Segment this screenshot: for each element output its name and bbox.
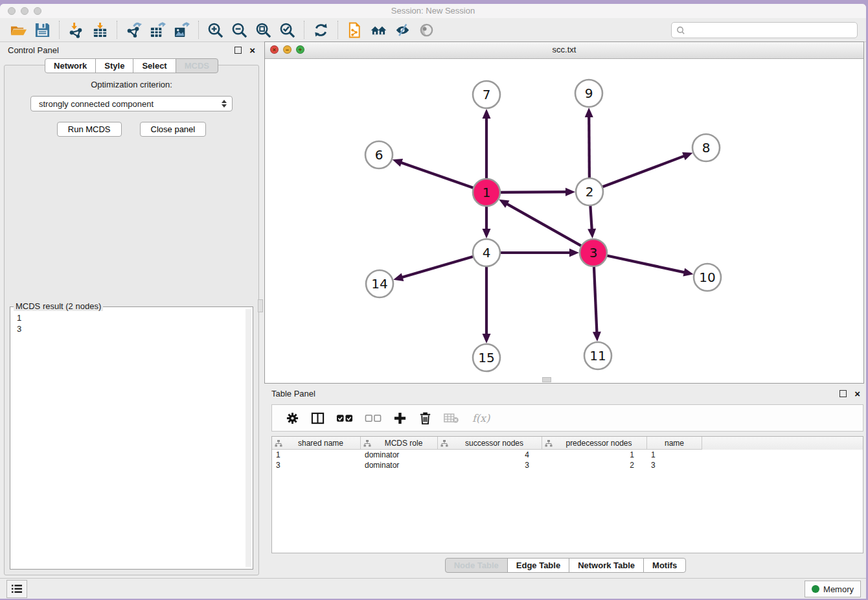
graph-edge-1-2[interactable] bbox=[499, 188, 575, 196]
tab-select[interactable]: Select bbox=[133, 58, 176, 73]
panel-splitter-handle[interactable] bbox=[258, 299, 263, 312]
save-session-icon[interactable] bbox=[34, 21, 51, 39]
tab-network-table[interactable]: Network Table bbox=[569, 558, 644, 573]
mcds-result-list[interactable]: 13 bbox=[10, 307, 253, 340]
select-all-icon[interactable] bbox=[336, 411, 353, 425]
graph-edge-1-7[interactable] bbox=[483, 109, 491, 180]
graph-node-4[interactable]: 4 bbox=[473, 239, 500, 266]
graph-edge-3-10[interactable] bbox=[606, 255, 694, 277]
float-panel-icon[interactable] bbox=[234, 47, 242, 54]
deselect-all-icon[interactable] bbox=[365, 411, 382, 425]
graph-node-14[interactable]: 14 bbox=[366, 270, 393, 297]
table-panel-title: Table Panel bbox=[271, 389, 315, 398]
graph-node-11[interactable]: 11 bbox=[584, 342, 611, 369]
graph-edge-1-6[interactable] bbox=[393, 159, 475, 189]
task-history-button[interactable] bbox=[6, 580, 27, 598]
svg-text:11: 11 bbox=[589, 348, 606, 363]
network-window-title: scc.txt bbox=[265, 42, 863, 58]
toolbar-separator bbox=[117, 21, 117, 39]
settings-icon[interactable] bbox=[286, 411, 299, 425]
close-panel-icon[interactable]: × bbox=[249, 47, 255, 53]
graph-node-15[interactable]: 15 bbox=[473, 344, 500, 371]
column-tree-icon bbox=[275, 439, 284, 447]
tab-node-table[interactable]: Node Table bbox=[445, 558, 508, 573]
import-table-icon[interactable] bbox=[91, 21, 109, 39]
column-header-MCDS-role[interactable]: MCDS role bbox=[361, 437, 438, 450]
column-header-successor-nodes[interactable]: successor nodes bbox=[438, 437, 542, 450]
table-close-icon[interactable]: × bbox=[854, 391, 860, 397]
columns-icon[interactable] bbox=[311, 411, 325, 425]
graph-edge-4-15[interactable] bbox=[483, 265, 491, 343]
graph-edge-2-8[interactable] bbox=[601, 152, 693, 187]
column-header-name[interactable]: name bbox=[647, 437, 702, 450]
run-mcds-button[interactable]: Run MCDS bbox=[57, 122, 122, 137]
graph-node-8[interactable]: 8 bbox=[692, 134, 720, 161]
tab-motifs[interactable]: Motifs bbox=[643, 558, 686, 573]
graph-node-1[interactable]: 1 bbox=[473, 179, 500, 206]
export-table-icon[interactable] bbox=[149, 21, 166, 39]
result-scrollbar[interactable] bbox=[246, 309, 251, 567]
close-panel-button[interactable]: Close panel bbox=[140, 122, 207, 137]
network-minimize-button[interactable]: − bbox=[283, 45, 291, 54]
table-cell[interactable]: dominator bbox=[361, 461, 438, 470]
home-icon[interactable] bbox=[370, 21, 387, 39]
table-cell[interactable]: 3 bbox=[438, 461, 542, 470]
delete-icon[interactable] bbox=[418, 411, 432, 425]
export-network-icon[interactable] bbox=[125, 21, 143, 39]
graph-node-10[interactable]: 10 bbox=[694, 264, 721, 291]
search-input[interactable] bbox=[685, 25, 857, 36]
network-close-button[interactable]: × bbox=[270, 45, 279, 54]
column-header-predecessor-nodes[interactable]: predecessor nodes bbox=[542, 437, 647, 450]
import-network-icon[interactable] bbox=[67, 21, 85, 39]
table-cell[interactable]: 1 bbox=[272, 450, 361, 459]
zoom-fit-icon[interactable] bbox=[255, 21, 272, 39]
table-cell[interactable]: 3 bbox=[647, 461, 702, 470]
zoom-window-button[interactable] bbox=[34, 7, 41, 15]
zoom-in-icon[interactable] bbox=[207, 21, 224, 39]
table-cell[interactable]: dominator bbox=[361, 450, 438, 459]
network-hscroll-thumb[interactable] bbox=[542, 377, 551, 382]
network-maximize-button[interactable]: + bbox=[296, 45, 304, 54]
graph-edge-2-3[interactable] bbox=[588, 204, 596, 238]
table-cell[interactable]: 2 bbox=[542, 461, 647, 470]
optimization-criterion-select[interactable]: strongly connected component bbox=[30, 96, 233, 111]
network-canvas[interactable]: 7968124314101511 bbox=[265, 58, 863, 383]
optimization-criterion-value: strongly connected component bbox=[39, 99, 222, 109]
zoom-out-icon[interactable] bbox=[231, 21, 248, 39]
column-header-shared-name[interactable]: shared name bbox=[272, 437, 361, 450]
graph-edge-3-1[interactable] bbox=[499, 200, 582, 247]
tab-edge-table[interactable]: Edge Table bbox=[507, 558, 569, 573]
table-cell[interactable]: 4 bbox=[438, 450, 542, 459]
graph-node-6[interactable]: 6 bbox=[365, 141, 393, 168]
search-box[interactable] bbox=[671, 22, 858, 38]
graph-edge-1-4[interactable] bbox=[483, 205, 491, 238]
table-cell[interactable]: 3 bbox=[272, 461, 361, 470]
add-icon[interactable] bbox=[393, 411, 407, 425]
export-image-icon[interactable] bbox=[173, 21, 190, 39]
tab-mcds[interactable]: MCDS bbox=[176, 58, 218, 73]
tab-style[interactable]: Style bbox=[95, 58, 133, 73]
graph-edge-4-3[interactable] bbox=[499, 249, 579, 257]
graph-edge-3-11[interactable] bbox=[593, 265, 601, 341]
graph-node-2[interactable]: 2 bbox=[576, 178, 603, 205]
table-float-icon[interactable] bbox=[839, 390, 847, 397]
table-cell[interactable]: 1 bbox=[542, 450, 647, 459]
table-cell[interactable]: 1 bbox=[647, 450, 702, 459]
graph-edge-2-9[interactable] bbox=[585, 108, 593, 179]
graph-node-9[interactable]: 9 bbox=[575, 80, 602, 107]
minimize-window-button[interactable] bbox=[21, 7, 29, 15]
memory-button[interactable]: Memory bbox=[805, 581, 861, 597]
share-document-icon[interactable] bbox=[346, 21, 363, 39]
tab-network[interactable]: Network bbox=[45, 58, 96, 73]
zoom-selected-icon[interactable] bbox=[279, 21, 296, 39]
svg-text:9: 9 bbox=[585, 86, 593, 101]
refresh-icon[interactable] bbox=[312, 21, 330, 39]
table-row[interactable]: 1dominator411 bbox=[272, 450, 863, 460]
graph-edge-4-14[interactable] bbox=[393, 256, 475, 281]
graph-node-3[interactable]: 3 bbox=[580, 239, 607, 266]
table-row[interactable]: 3dominator323 bbox=[272, 460, 863, 470]
close-window-button[interactable] bbox=[8, 7, 16, 15]
open-session-icon[interactable] bbox=[10, 21, 27, 39]
hide-panel-icon[interactable] bbox=[394, 21, 411, 39]
graph-node-7[interactable]: 7 bbox=[473, 81, 500, 108]
